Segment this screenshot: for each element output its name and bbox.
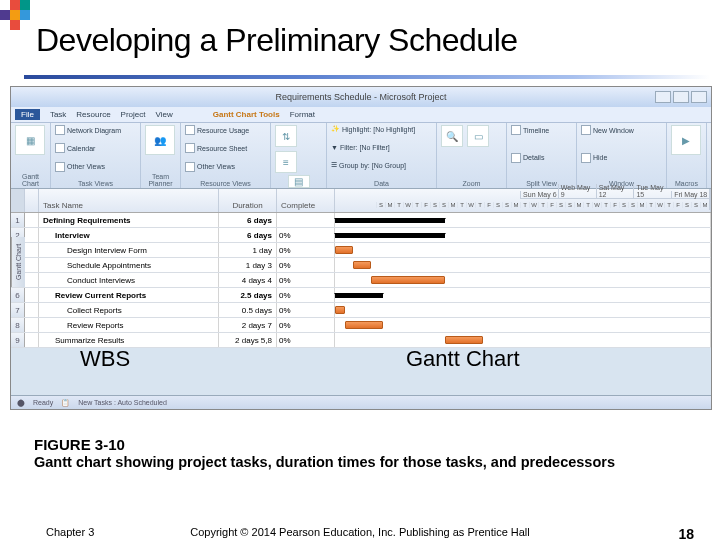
details-check[interactable]: Details xyxy=(511,153,572,163)
tab-file[interactable]: File xyxy=(15,109,40,120)
window-title: Requirements Schedule - Microsoft Projec… xyxy=(275,92,446,102)
task-row[interactable]: 2Interview6 days0% xyxy=(11,228,711,243)
group-macros: Macros xyxy=(671,180,702,187)
minimize-icon[interactable] xyxy=(655,91,671,103)
ribbon-tabs: File Task Resource Project View Gantt Ch… xyxy=(11,107,711,123)
filter-filter[interactable]: ▼Filter:[No Filter] xyxy=(331,144,432,151)
timeline-header: Sun May 6Web May 9Sat May 12Tue May 15Fr… xyxy=(335,189,711,212)
gantt-chart-icon[interactable]: ▦ xyxy=(15,125,45,155)
task-row[interactable]: 8Review Reports2 days 70% xyxy=(11,318,711,333)
new-window-button[interactable]: New Window xyxy=(581,125,662,135)
network-diagram-button[interactable]: Network Diagram xyxy=(55,125,136,135)
tab-task[interactable]: Task xyxy=(50,110,66,119)
maximize-icon[interactable] xyxy=(673,91,689,103)
task-row[interactable]: 3Design Interview Form1 day0% xyxy=(11,243,711,258)
entire-project-icon[interactable]: ▭ xyxy=(467,125,489,147)
ribbon: ▦ Gantt Chart Network Diagram Calendar O… xyxy=(11,123,711,189)
task-row[interactable]: 7Collect Reports0.5 days0% xyxy=(11,303,711,318)
close-icon[interactable] xyxy=(691,91,707,103)
group-taskviews: Task Views xyxy=(55,180,136,187)
group-zoom: Zoom xyxy=(441,180,502,187)
team-planner-icon[interactable]: 👥 xyxy=(145,125,175,155)
task-row[interactable]: 6Review Current Reports2.5 days0% xyxy=(11,288,711,303)
timeline-check[interactable]: Timeline xyxy=(511,125,572,135)
group-data2: Data xyxy=(331,180,432,187)
figure-number: FIGURE 3-10 xyxy=(34,436,125,453)
footer-copyright: Copyright © 2014 Pearson Education, Inc.… xyxy=(0,526,720,538)
tab-project[interactable]: Project xyxy=(121,110,146,119)
col-duration[interactable]: Duration xyxy=(219,189,277,212)
ribbon-context-label: Gantt Chart Tools xyxy=(213,110,280,119)
highlight-filter[interactable]: ✨Highlight:[No Highlight] xyxy=(331,125,432,133)
tab-format[interactable]: Format xyxy=(290,110,315,119)
slide-title: Developing a Preliminary Schedule xyxy=(36,22,518,59)
other-views-button[interactable]: Other Views xyxy=(55,162,136,172)
outline-icon[interactable]: ≡ xyxy=(275,151,297,173)
zoom-icon[interactable]: 🔍 xyxy=(441,125,463,147)
task-row[interactable]: 1Defining Requirements6 days xyxy=(11,213,711,228)
arrange-all-button[interactable]: Hide xyxy=(581,153,662,163)
task-row[interactable]: 4Schedule Appointments1 day 30% xyxy=(11,258,711,273)
window-titlebar: Requirements Schedule - Microsoft Projec… xyxy=(11,87,711,107)
sort-icon[interactable]: ⇅ xyxy=(275,125,297,147)
resource-sheet-button[interactable]: Resource Sheet xyxy=(185,143,266,153)
col-complete[interactable]: Complete xyxy=(277,189,335,212)
footer-page: 18 xyxy=(678,526,694,540)
other-views2-button[interactable]: Other Views xyxy=(185,162,266,172)
label-wbs: WBS xyxy=(80,346,130,372)
tables-icon[interactable]: ▤ xyxy=(288,175,310,188)
figure-caption: Gantt chart showing project tasks, durat… xyxy=(34,454,720,470)
group-resviews: Resource Views xyxy=(185,180,266,187)
side-tab-gantt[interactable]: Gantt Chart xyxy=(11,237,25,287)
calendar-button[interactable]: Calendar xyxy=(55,143,136,153)
task-row[interactable]: 5Conduct Interviews4 days 40% xyxy=(11,273,711,288)
status-ready: Ready xyxy=(33,399,53,406)
title-underline xyxy=(24,75,710,79)
groupby-filter[interactable]: ☰Group by:[No Group] xyxy=(331,161,432,169)
label-gantt: Gantt Chart xyxy=(406,346,520,372)
group-teamplanner: Team Planner xyxy=(145,173,176,187)
tab-resource[interactable]: Resource xyxy=(76,110,110,119)
tab-view[interactable]: View xyxy=(156,110,173,119)
resource-usage-button[interactable]: Resource Usage xyxy=(185,125,266,135)
task-rows: 1Defining Requirements6 days2Interview6 … xyxy=(11,213,711,348)
status-newtasks: New Tasks : Auto Scheduled xyxy=(78,399,167,406)
macros-icon[interactable]: ▶ xyxy=(671,125,701,155)
status-bar: ⬤ Ready 📋 New Tasks : Auto Scheduled xyxy=(11,395,711,409)
col-taskname[interactable]: Task Name xyxy=(39,189,219,212)
column-headers: Task Name Duration Complete Sun May 6Web… xyxy=(11,189,711,213)
group-gantt: Gantt Chart xyxy=(15,173,46,187)
